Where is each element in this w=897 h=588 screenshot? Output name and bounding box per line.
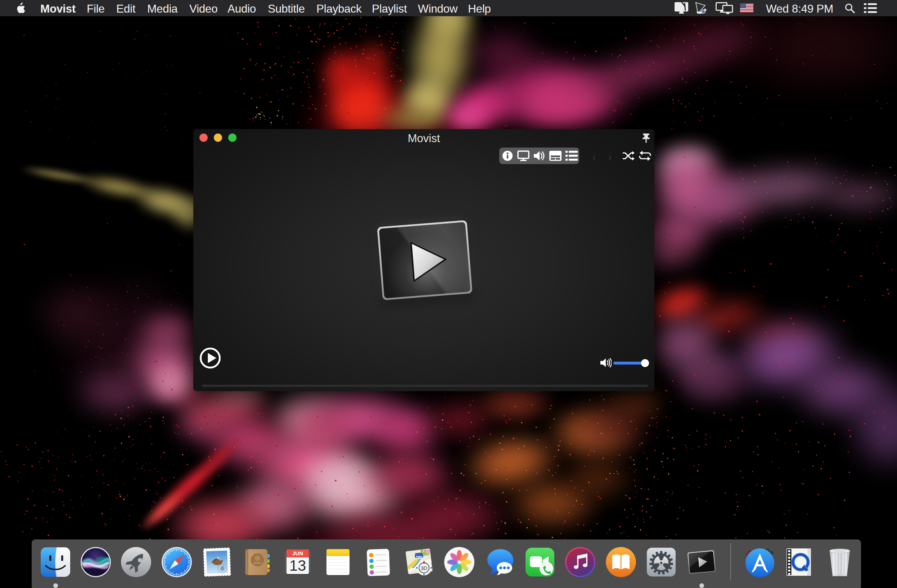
svg-text:13: 13 <box>289 557 306 574</box>
svg-text:280: 280 <box>416 555 422 560</box>
svg-text:3D: 3D <box>421 565 427 571</box>
svg-text:JUN: JUN <box>292 550 303 556</box>
